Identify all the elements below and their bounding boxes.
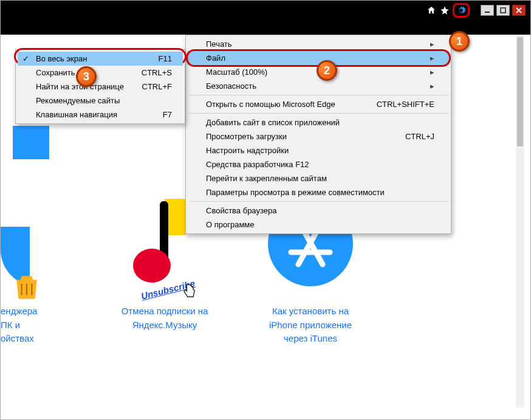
close-button[interactable] [512,5,526,16]
menu-print[interactable]: Печать ▸ [188,37,449,51]
menu-compat-view[interactable]: Параметры просмотра в режиме совместимос… [188,185,449,199]
minimize-button[interactable] [481,5,494,16]
gear-highlight [453,3,470,18]
menu-label: Средства разработчика F12 [206,160,309,169]
card-0[interactable]: енджера ПК и ойствах [1,201,74,346]
menu-label: Добавить сайт в список приложений [206,118,340,127]
shortcut: CTRL+F [142,82,172,91]
menu-pinned-sites[interactable]: Перейти к закрепленным сайтам [188,171,449,185]
maximize-button[interactable] [496,5,510,16]
scrollbar-thumb[interactable] [517,37,523,146]
menu-label: Клавишная навигация [36,110,117,119]
menu-label: Открыть с помощью Microsoft Edge [206,100,335,109]
submenu-save-as[interactable]: Сохранить как... CTRL+S [18,66,183,80]
titlebar [1,1,530,35]
card-title: Как установить на iPhone приложение чере… [256,305,365,346]
submenu-find[interactable]: Найти на этой странице CTRL+F [18,80,183,94]
check-icon: ✓ [22,54,29,63]
menu-label: Масштаб (100%) [206,67,267,77]
menu-label: Печать [206,40,232,49]
card-title: Отмена подписки на Яндекс.Музыку [110,305,219,332]
chevron-right-icon: ▸ [430,67,434,77]
menu-internet-options[interactable]: Свойства браузера [188,204,449,218]
badge-2: 2 [317,60,337,81]
menu-label: Параметры просмотра в режиме совместимос… [206,188,385,197]
shortcut: F11 [159,54,172,63]
trash-icon [12,270,42,302]
separator [189,95,448,95]
submenu-suggested-sites[interactable]: Рекомендуемые сайты [18,94,183,108]
chevron-right-icon: ▸ [430,40,434,49]
menu-label: Рекомендуемые сайты [36,96,120,105]
menu-label: Свойства браузера [206,206,276,215]
menu-add-site[interactable]: Добавить сайт в список приложений [188,115,449,129]
blue-banner [13,126,49,159]
shortcut: CTRL+S [142,68,172,77]
star-icon[interactable] [439,5,450,16]
submenu-fullscreen[interactable]: ✓ Во весь экран F11 [18,52,183,66]
menu-label: Настроить надстройки [206,146,289,155]
menu-label: Перейти к закрепленным сайтам [206,174,327,183]
badge-3: 3 [76,66,97,87]
card-title: енджера ПК и ойствах [1,305,74,346]
svg-rect-0 [485,12,490,13]
chevron-right-icon: ▸ [430,81,434,91]
shortcut: F7 [163,110,172,119]
shortcut: CTRL+SHIFT+E [377,100,434,109]
menu-label: Во весь экран [36,54,87,63]
menu-downloads[interactable]: Просмотреть загрузки CTRL+J [188,129,449,143]
separator [189,201,448,202]
gear-icon[interactable] [456,5,467,16]
menu-label: Просмотреть загрузки [206,132,287,141]
menu-security[interactable]: Безопасность ▸ [188,79,449,93]
shortcut: CTRL+J [405,132,434,141]
menu-label: Файл [206,53,225,63]
scrollbar[interactable] [516,35,524,407]
badge-1: 1 [449,31,470,52]
file-submenu: ✓ Во весь экран F11 Сохранить как... CTR… [15,49,185,124]
menu-about[interactable]: О программе [188,218,449,232]
menu-f12[interactable]: Средства разработчика F12 [188,157,449,171]
home-icon[interactable] [426,5,437,16]
menu-file[interactable]: Файл ▸ [188,51,449,65]
svg-rect-1 [501,8,505,13]
menu-label: Безопасность [206,81,256,91]
menu-open-edge[interactable]: Открыть с помощью Microsoft Edge CTRL+SH… [188,97,449,111]
submenu-caret-browsing[interactable]: Клавишная навигация F7 [18,108,183,122]
menu-addons[interactable]: Настроить надстройки [188,143,449,157]
separator [189,113,448,114]
menu-label: О программе [206,220,255,229]
hand-cursor-icon [180,283,197,300]
chevron-right-icon: ▸ [430,53,434,63]
